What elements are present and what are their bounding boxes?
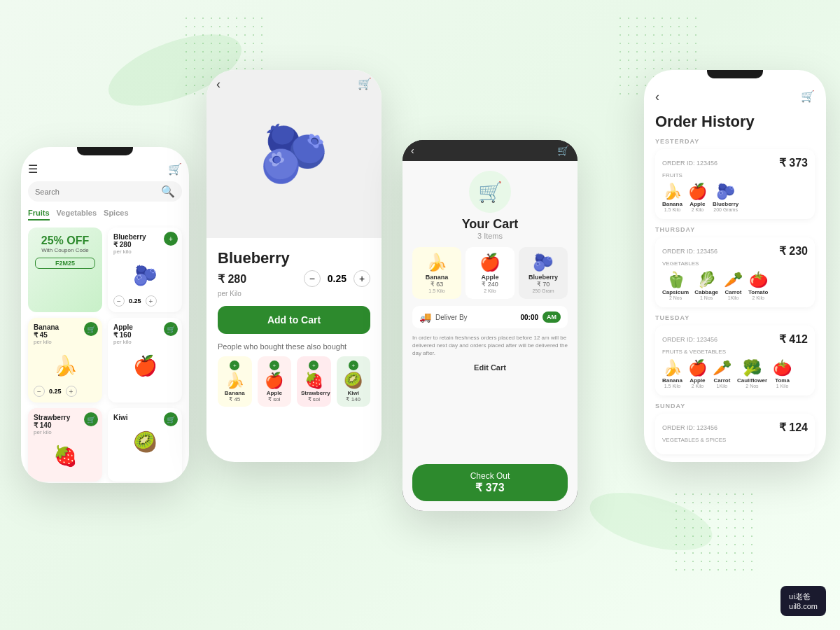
am-pm-toggle[interactable]: AM [542,312,561,323]
cart-item-price: ₹ 63 [416,281,457,288]
order-card-yesterday: ORDER ID: 123456 ₹ 373 FRUITS 🍌 Banana 1… [655,149,815,219]
deliver-note: In order to retain freshness orders plac… [412,334,568,358]
also-item-cart-icon[interactable]: + [270,360,279,370]
fruit-image: 🍌 [662,183,682,201]
product-image: 🍓 [44,438,86,473]
add-to-cart-icon[interactable]: 🛒 [164,322,178,336]
product-hero-image: ‹ 🛒 🫐 [206,70,382,238]
back-icon[interactable]: ‹ [411,145,414,156]
cart-items-count: 3 Items [412,232,568,240]
product-image: 🍎 [124,348,166,383]
also-item-image: 🍌 [222,372,248,390]
also-item-cart-icon[interactable]: + [349,360,358,370]
cart-item-price: ₹ 70 [523,281,564,288]
fruit-qty: 200 Grams [713,207,738,212]
add-to-cart-icon[interactable]: 🛒 [84,322,98,336]
section-label-sunday: SUNDAY [655,402,815,410]
order-price: ₹ 412 [779,332,808,346]
search-bar[interactable]: 🔍 [28,181,182,202]
watermark-line2: uil8.com [789,602,818,610]
order-fruit-carrot: 🥕 Carrot 1Kilo [724,271,743,300]
fruit-image: 🥕 [724,271,743,289]
cart-item-image: 🍎 [470,253,510,272]
fruit-qty: 1 Nos [694,295,718,300]
order-history-title: Order History [655,113,815,131]
fruit-qty: 2 Nos [737,384,767,388]
section-label-tuesday: TUESDAY [655,314,815,321]
edit-cart-link[interactable]: Edit Cart [412,363,568,372]
fruit-name: Carrot [724,289,743,295]
also-item-cart-icon[interactable]: + [230,360,239,370]
qty-increase[interactable]: + [146,295,157,307]
qty-increase[interactable]: + [66,386,77,397]
qty-value: 0.25 [49,388,62,395]
fruit-image: 🍌 [662,359,682,377]
cart-icon[interactable]: 🛒 [358,77,372,92]
product-grid: 25% OFF With Coupon Code F2M25 Blueberry… [28,227,182,482]
fruit-qty: 1Kilo [713,384,732,388]
fruit-image: 🥕 [713,359,732,377]
back-icon[interactable]: ‹ [216,77,220,92]
add-to-cart-icon[interactable]: 🛒 [84,412,98,426]
hamburger-icon[interactable]: ☰ [28,162,38,176]
add-to-cart-icon[interactable]: 🛒 [164,412,178,426]
also-item-kiwi[interactable]: + 🥝 Kiwi ₹ 140 [337,356,371,407]
also-item-image: 🍎 [262,372,288,390]
product-card-kiwi: Kiwi 🥝 🛒 [108,408,182,482]
also-item-strawberry[interactable]: + 🍓 Strawberry ₹ sol [297,356,331,407]
order-id: ORDER ID: 123456 [662,160,718,167]
qty-decrease[interactable]: − [304,270,321,287]
product-unit: per kilo [113,248,176,255]
product-card-banana: Banana ₹ 45 per kilo 🍌 🛒 − 0.25 + [28,318,102,402]
qty-increase[interactable]: + [354,270,370,287]
phone-notch [77,147,133,155]
order-card-tuesday: ORDER ID: 123456 ₹ 412 FRUITS & VEGETABL… [655,326,815,396]
back-icon[interactable]: ‹ [655,90,659,104]
fruit-image: 🍅 [748,271,768,289]
cart-item-unit: 1.5 Kilo [416,288,457,293]
promo-percent: 25% OFF [35,234,95,247]
fruit-name: Blueberry [713,201,738,207]
cart-content: 🛒 Your Cart 3 Items 🍌 Banana ₹ 63 1.5 Ki… [402,161,578,511]
checkout-button[interactable]: Check Out ₹ 373 [412,464,568,501]
tab-spices[interactable]: Spices [104,209,128,220]
cart-icon[interactable]: 🛒 [557,145,569,156]
fruit-name: Carrot [713,377,732,384]
add-to-cart-button[interactable]: Add to Cart [218,306,370,334]
promo-code[interactable]: F2M25 [35,258,95,269]
also-item-name: Apple [262,390,288,396]
also-item-cart-icon[interactable]: + [309,360,318,370]
search-input[interactable] [35,188,161,196]
watermark: ui老爸 uil8.com [780,586,826,616]
quantity-control: − 0.25 + [304,270,370,287]
tab-vegetables[interactable]: Vegetables [57,209,97,220]
tab-fruits[interactable]: Fruits [28,209,50,220]
cart-icon[interactable]: 🛒 [168,162,182,176]
phone-product-list: ☰ 🛒 🔍 Fruits Vegetables Spices 25% OFF W… [21,147,189,483]
order-fruits: 🍌 Banana 1.5 Kilo 🍎 Apple 2 Kilo 🫐 Blueb… [662,183,808,212]
qty-decrease[interactable]: − [113,295,125,307]
also-item-apple[interactable]: + 🍎 Apple ₹ sol [258,356,292,407]
qty-decrease[interactable]: − [34,386,45,397]
fruit-qty: 1Kilo [724,295,743,300]
order-card-sunday: ORDER ID: 123456 ₹ 124 VEGETABLES & SPIC… [655,414,815,454]
also-item-banana[interactable]: + 🍌 Banana ₹ 45 [218,356,252,407]
product-nav: ‹ 🛒 [206,70,382,99]
order-header: ORDER ID: 123456 ₹ 230 [662,244,808,258]
cart-items-row: 🍌 Banana ₹ 63 1.5 Kilo 🍎 Apple ₹ 240 2 K… [412,247,568,299]
fruit-image: 🫐 [713,183,738,201]
product-price: ₹ 280 [218,272,246,286]
order-fruit-blueberry: 🫐 Blueberry 200 Grams [713,183,738,212]
cart-icon[interactable]: 🛒 [801,90,815,104]
order-fruit-cauliflower: 🥦 Cauliflower 2 Nos [737,359,767,388]
promo-subtitle: With Coupon Code [35,247,95,253]
order-fruit-capsicum: 🫑 Capsicum 2 Nos [662,271,689,300]
fruit-qty: 2 Kilo [748,295,768,300]
cart-item-name: Blueberry [523,274,564,281]
order-fruit-apple: 🍎 Apple 2 Kilo [688,183,707,212]
order-fruits: 🍌 Banana 1.5 Kilo 🍎 Apple 2 Kilo 🥕 Carro… [662,359,808,388]
cart-item-banana: 🍌 Banana ₹ 63 1.5 Kilo [412,247,461,299]
add-to-cart-icon[interactable]: + [164,232,178,246]
fruit-image: 🥦 [737,359,767,377]
order-header: ORDER ID: 123456 ₹ 412 [662,332,808,346]
